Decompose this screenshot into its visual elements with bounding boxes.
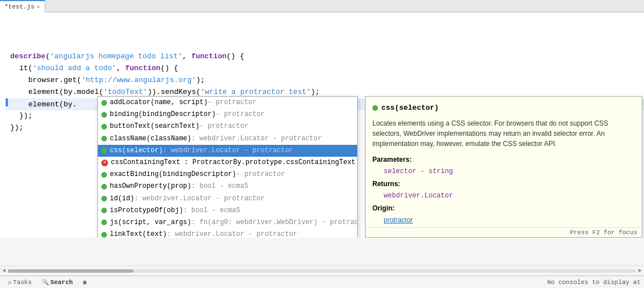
status-tab-console[interactable]: ▣	[79, 278, 91, 287]
status-tasks-label: Tasks	[13, 279, 32, 286]
autocomplete-item[interactable]: ✕cssContainingText : ProtractorBy.protot…	[98, 157, 357, 169]
autocomplete-item[interactable]: isPrototypeOf(obj) : bool - ecma5	[98, 205, 357, 217]
completion-dot-icon	[101, 184, 107, 190]
code-line: it('should add a todo', function() {	[6, 63, 644, 75]
doc-returns-label: Returns:	[372, 179, 635, 189]
tab-close-icon[interactable]: ✕	[37, 3, 40, 10]
autocomplete-item[interactable]: id(id) : webdriver.Locator - protractor	[98, 193, 357, 205]
doc-parameters-label: Parameters:	[372, 154, 635, 165]
doc-returns-value: webdriver.Locator	[384, 191, 635, 201]
doc-origin-label: Origin:	[372, 203, 635, 213]
editor-tab[interactable]: *test.js ✕	[0, 0, 45, 12]
status-tab-search[interactable]: 🔍 Search	[37, 278, 78, 287]
autocomplete-item[interactable]: exactBinding(bindingDescriptor) - protra…	[98, 169, 357, 180]
search-icon: 🔍	[42, 279, 49, 286]
completion-dot-icon	[101, 148, 107, 153]
hscroll-left[interactable]: ◄	[2, 268, 6, 274]
status-tabs: ☑ Tasks 🔍 Search ▣	[3, 278, 91, 287]
autocomplete-item[interactable]: buttonText(searchText) - protractor	[98, 121, 357, 132]
autocomplete-popup: addLocator(name, script) - protractorbin…	[97, 96, 358, 238]
completion-dot-icon	[101, 124, 107, 130]
completion-dot-icon	[101, 136, 107, 141]
autocomplete-list[interactable]: addLocator(name, script) - protractorbin…	[98, 97, 357, 238]
doc-description: Locates elements using a CSS selector. F…	[372, 118, 635, 149]
autocomplete-item[interactable]: css(selector) : webdriver.Locator - prot…	[98, 145, 357, 157]
tab-bar: *test.js ✕	[0, 0, 644, 12]
completion-dot-icon	[101, 208, 107, 213]
doc-panel: css(selector) Locates elements using a C…	[365, 96, 642, 238]
status-bar: ☑ Tasks 🔍 Search ▣ No consoles to displa…	[0, 276, 644, 288]
error-icon: ✕	[101, 160, 108, 166]
hscroll-right[interactable]: ►	[638, 268, 642, 274]
tab-label: *test.js	[5, 3, 35, 10]
tasks-icon: ☑	[8, 279, 11, 286]
editor-area: describe('angularjs homepage todo list',…	[0, 12, 644, 238]
editor-hscroll[interactable]: ◄ ►	[0, 265, 644, 276]
console-icon: ▣	[83, 279, 87, 286]
doc-parameter-selector: selector - string	[384, 166, 635, 177]
completion-dot-icon	[101, 100, 107, 106]
status-search-label: Search	[50, 279, 73, 286]
doc-origin-link[interactable]: protractor	[384, 216, 413, 224]
completion-dot-icon	[101, 196, 107, 201]
completion-dot-icon	[101, 112, 107, 118]
autocomplete-item[interactable]: addLocator(name, script) - protractor	[98, 97, 357, 109]
autocomplete-item[interactable]: hasOwnProperty(prop) : bool - ecma5	[98, 180, 357, 192]
autocomplete-item[interactable]: binding(bindingDescriptor) - protractor	[98, 109, 357, 121]
doc-title-dot	[372, 105, 378, 111]
doc-title-text: css(selector)	[381, 102, 439, 114]
completion-dot-icon	[101, 220, 107, 225]
completion-dot-icon	[101, 232, 107, 238]
autocomplete-item[interactable]: js(script, var_args) : fn(arg0: webdrive…	[98, 217, 357, 229]
code-line: describe('angularjs homepage todo list',…	[6, 51, 644, 63]
code-line: browser.get('http://www.angularjs.org');	[6, 75, 644, 87]
status-console-text: No consoles to display at	[547, 279, 641, 286]
status-tab-tasks[interactable]: ☑ Tasks	[3, 278, 36, 287]
completion-dot-icon	[101, 172, 107, 178]
autocomplete-item[interactable]: linkText(text) : webdriver.Locator - pro…	[98, 229, 357, 238]
doc-footer-text: Press F2 for focus	[570, 229, 637, 236]
doc-title: css(selector)	[372, 102, 635, 114]
autocomplete-item[interactable]: className(className) : webdriver.Locator…	[98, 133, 357, 145]
doc-footer: Press F2 for focus	[365, 227, 642, 238]
